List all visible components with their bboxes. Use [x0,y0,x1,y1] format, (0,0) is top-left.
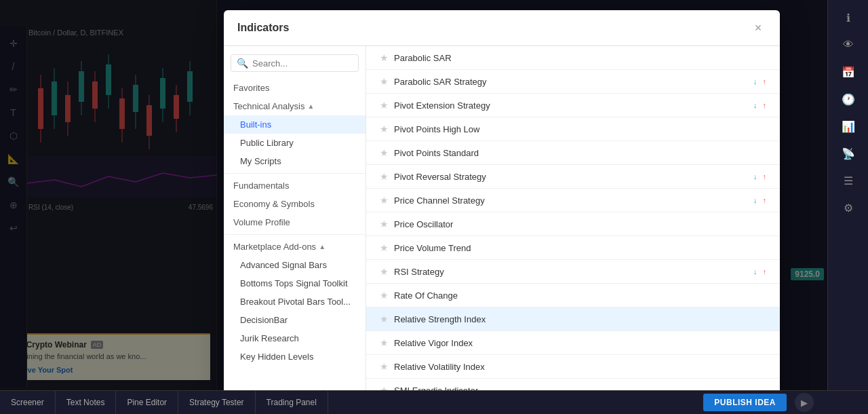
sidebar-section-favorites[interactable]: Favorites [224,79,366,97]
tab-screener[interactable]: Screener [0,391,56,415]
calendar-icon[interactable]: 📅 [836,60,861,84]
tab-strategy-tester[interactable]: Strategy Tester [178,391,255,415]
divider-2 [224,234,366,235]
indicator-row-parabolic-sar[interactable]: ★Parabolic SAR [366,46,780,70]
indicator-row-rate-of-change[interactable]: ★Rate Of Change [366,284,780,307]
indicator-name-relative-volatility-index: Relative Volatility Index [394,362,766,372]
indicator-name-relative-strength-index: Relative Strength Index [394,314,766,324]
indicator-name-price-channel-strategy: Price Channel Strategy [394,195,748,206]
sidebar-item-my-scripts[interactable]: My Scripts [224,152,366,170]
star-icon-relative-vigor-index[interactable]: ★ [380,337,389,348]
fundamentals-label: Fundamentals [233,181,289,191]
sidebar-section-fundamentals[interactable]: Fundamentals [224,176,366,195]
indicators-title: Indicators [237,22,289,34]
tag-up-price-channel-strategy: ↑ [763,196,767,204]
indicator-row-price-oscillator[interactable]: ★Price Oscillator [366,212,780,236]
star-icon-pivot-extension-strategy[interactable]: ★ [380,100,389,111]
watch-icon[interactable]: 👁 [836,33,861,57]
tag-down-pivot-extension-strategy: ↓ [753,101,757,109]
search-icon: 🔍 [237,58,248,69]
sidebar-item-breakout-pivotal[interactable]: Breakout Pivotal Bars Tool... [224,293,366,311]
close-button[interactable]: × [750,20,766,36]
star-icon-pivot-points-high-low[interactable]: ★ [380,124,389,134]
sidebar-item-built-ins[interactable]: Built-ins [224,115,366,134]
star-icon-price-volume-trend[interactable]: ★ [380,242,389,253]
bottom-bar: Screener Text Notes Pine Editor Strategy… [0,390,868,414]
tag-up-rsi-strategy: ↑ [763,267,767,276]
indicator-row-relative-vigor-index[interactable]: ★Relative Vigor Index [366,331,780,355]
indicator-name-relative-vigor-index: Relative Vigor Index [394,338,766,348]
sidebar-item-key-hidden-levels[interactable]: Key Hidden Levels [224,347,366,366]
indicator-name-pivot-points-standard: Pivot Points Standard [394,148,766,158]
sidebar-section-marketplace[interactable]: Marketplace Add-ons ▲ [224,238,366,256]
signal-icon[interactable]: 📡 [836,141,861,166]
sidebar-section-technical[interactable]: Technical Analysis ▲ [224,97,366,115]
search-input[interactable] [252,58,366,69]
settings-icon[interactable]: ⚙ [836,195,861,220]
divider-1 [224,173,366,174]
star-icon-rsi-strategy[interactable]: ★ [380,266,389,277]
play-button[interactable]: ▶ [795,393,814,412]
indicators-panel: Indicators × 🔍 Favorites Technical Analy… [224,10,780,404]
key-hidden-levels-label: Key Hidden Levels [240,352,313,362]
publish-button[interactable]: PUBLISH IDEA [703,394,787,411]
star-icon-price-oscillator[interactable]: ★ [380,219,389,229]
indicator-row-rsi-strategy[interactable]: ★RSI Strategy↓↑ [366,260,780,284]
star-icon-relative-volatility-index[interactable]: ★ [380,361,389,372]
indicator-row-relative-strength-index[interactable]: ★Relative Strength Index [366,307,780,331]
indicators-content: ★Parabolic SAR★Parabolic SAR Strategy↓↑★… [366,46,780,404]
indicator-name-price-oscillator: Price Oscillator [394,219,766,229]
sidebar-section-economy[interactable]: Economy & Symbols [224,195,366,213]
text-notes-label: Text Notes [66,398,105,407]
indicator-name-pivot-extension-strategy: Pivot Extension Strategy [394,100,748,111]
star-icon-pivot-reversal-strategy[interactable]: ★ [380,171,389,182]
marketplace-label: Marketplace Add-ons [233,242,316,252]
tab-text-notes[interactable]: Text Notes [56,391,117,415]
indicators-body: 🔍 Favorites Technical Analysis ▲ Built-i… [224,46,780,404]
star-icon-rate-of-change[interactable]: ★ [380,290,389,301]
sidebar-section-volume[interactable]: Volume Profile [224,213,366,231]
list-icon[interactable]: ☰ [836,168,861,193]
indicator-row-pivot-points-standard[interactable]: ★Pivot Points Standard [366,141,780,165]
favorites-label: Favorites [233,83,269,93]
star-icon-parabolic-sar[interactable]: ★ [380,52,389,63]
search-box[interactable]: 🔍 [231,54,359,72]
indicator-row-relative-volatility-index[interactable]: ★Relative Volatility Index [366,355,780,379]
sidebar-item-decisionbar[interactable]: DecisionBar [224,311,366,329]
info-icon[interactable]: ℹ [836,5,861,30]
indicators-header: Indicators × [224,10,780,46]
indicator-row-parabolic-sar-strategy[interactable]: ★Parabolic SAR Strategy↓↑ [366,70,780,94]
tab-trading-panel[interactable]: Trading Panel [256,391,328,415]
right-panel: ℹ 👁 📅 🕐 📊 📡 ☰ ⚙ [827,0,868,414]
star-icon-parabolic-sar-strategy[interactable]: ★ [380,76,389,87]
star-icon-pivot-points-standard[interactable]: ★ [380,147,389,158]
clock-icon[interactable]: 🕐 [836,87,861,111]
volume-label: Volume Profile [233,217,290,227]
indicator-name-pivot-points-high-low: Pivot Points High Low [394,124,766,134]
sidebar-item-public-library[interactable]: Public Library [224,134,366,152]
breakout-pivotal-label: Breakout Pivotal Bars Tool... [240,297,351,307]
chart-icon[interactable]: 📊 [836,114,861,138]
tag-down-rsi-strategy: ↓ [753,267,757,276]
technical-arrow-icon: ▲ [308,102,315,110]
pine-editor-label: Pine Editor [127,398,167,407]
indicator-name-parabolic-sar-strategy: Parabolic SAR Strategy [394,77,748,87]
tab-pine-editor[interactable]: Pine Editor [116,391,178,415]
star-icon-price-channel-strategy[interactable]: ★ [380,195,389,206]
sidebar-item-jurik-research[interactable]: Jurik Research [224,329,366,347]
tag-up-parabolic-sar-strategy: ↑ [763,77,767,86]
indicator-row-price-channel-strategy[interactable]: ★Price Channel Strategy↓↑ [366,189,780,212]
strategy-tester-label: Strategy Tester [189,398,243,407]
indicator-name-pivot-reversal-strategy: Pivot Reversal Strategy [394,172,748,182]
sidebar-item-bottoms-tops[interactable]: Bottoms Tops Signal Toolkit [224,274,366,293]
tag-down-pivot-reversal-strategy: ↓ [753,172,757,181]
star-icon-relative-strength-index[interactable]: ★ [380,314,389,324]
indicator-row-pivot-reversal-strategy[interactable]: ★Pivot Reversal Strategy↓↑ [366,165,780,189]
indicator-row-pivot-points-high-low[interactable]: ★Pivot Points High Low [366,117,780,141]
tag-down-parabolic-sar-strategy: ↓ [753,77,757,86]
marketplace-arrow-icon: ▲ [319,243,326,250]
sidebar-item-advanced-signal-bars[interactable]: Advanced Signal Bars [224,256,366,274]
publish-label: PUBLISH IDEA [714,398,776,407]
indicator-row-price-volume-trend[interactable]: ★Price Volume Trend [366,236,780,260]
indicator-row-pivot-extension-strategy[interactable]: ★Pivot Extension Strategy↓↑ [366,94,780,117]
